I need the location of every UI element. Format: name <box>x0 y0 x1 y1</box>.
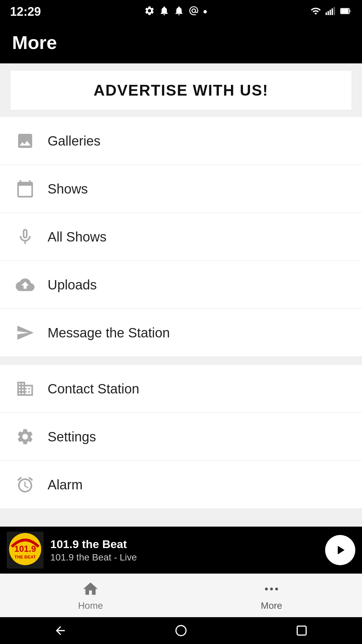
svg-text:101.9: 101.9 <box>14 544 36 554</box>
alarm-icon <box>13 473 37 496</box>
battery-icon <box>340 6 352 18</box>
player-bar: 101.9 THE BEAT 101.9 the Beat 101.9 the … <box>0 527 362 574</box>
menu-label-message-station: Message the Station <box>48 325 170 340</box>
menu-item-contact-station[interactable]: Contact Station <box>0 365 362 413</box>
svg-point-15 <box>176 626 186 636</box>
signal-icon <box>325 6 336 18</box>
building-icon <box>13 377 37 400</box>
cloud-upload-icon <box>13 273 37 297</box>
player-play-button[interactable] <box>325 535 355 565</box>
app-header: More <box>0 23 362 63</box>
calendar-icon <box>13 177 37 201</box>
home-button[interactable] <box>174 624 188 637</box>
menu-item-all-shows[interactable]: All Shows <box>0 213 362 261</box>
send-icon <box>13 321 37 344</box>
more-dots-icon <box>263 580 280 598</box>
ad-banner-text: ADVERTISE WITH US! <box>94 81 268 99</box>
svg-point-12 <box>265 587 268 590</box>
alarm-status-icon <box>174 5 184 18</box>
menu-item-uploads[interactable]: Uploads <box>0 261 362 309</box>
svg-rect-6 <box>350 10 351 12</box>
android-nav-bar <box>0 617 362 644</box>
recents-button[interactable] <box>295 624 308 637</box>
menu-list-section-2: Contact Station Settings Alarm <box>0 365 362 509</box>
svg-rect-4 <box>334 7 335 15</box>
notification-icon <box>159 5 170 18</box>
status-icons: • <box>144 5 207 19</box>
image-icon <box>13 129 37 153</box>
svg-point-14 <box>275 587 278 590</box>
svg-text:THE BEAT: THE BEAT <box>14 554 36 559</box>
svg-rect-2 <box>329 10 331 15</box>
page-title: More <box>12 32 350 53</box>
at-icon <box>188 5 199 18</box>
main-content: ADVERTISE WITH US! Galleries Shows All S… <box>0 63 362 527</box>
settings-icon <box>13 425 37 448</box>
player-info: 101.9 the Beat 101.9 the Beat - Live <box>50 538 325 563</box>
gear-status-icon <box>144 5 155 18</box>
menu-label-shows: Shows <box>48 181 88 197</box>
ad-banner[interactable]: ADVERTISE WITH US! <box>10 70 352 110</box>
menu-label-alarm: Alarm <box>48 477 82 492</box>
menu-item-message-station[interactable]: Message the Station <box>0 309 362 357</box>
svg-rect-7 <box>341 9 349 13</box>
nav-label-more: More <box>261 600 282 611</box>
player-station-subtitle: 101.9 the Beat - Live <box>50 552 325 563</box>
svg-point-13 <box>270 587 273 590</box>
bottom-nav: Home More <box>0 574 362 617</box>
menu-label-uploads: Uploads <box>48 277 97 292</box>
svg-rect-0 <box>325 12 327 15</box>
dot-icon: • <box>203 5 207 19</box>
status-time: 12:29 <box>10 5 41 19</box>
status-right-icons <box>310 6 352 18</box>
svg-rect-16 <box>297 626 306 635</box>
menu-list-section-1: Galleries Shows All Shows Uploads <box>0 117 362 357</box>
menu-label-settings: Settings <box>48 429 96 444</box>
back-button[interactable] <box>54 624 67 637</box>
nav-item-home[interactable]: Home <box>0 574 181 617</box>
nav-label-home: Home <box>78 600 103 611</box>
station-logo: 101.9 THE BEAT <box>7 532 44 569</box>
svg-rect-3 <box>331 8 333 15</box>
player-station-name: 101.9 the Beat <box>50 538 325 551</box>
home-icon <box>82 580 99 598</box>
wifi-icon <box>310 6 321 18</box>
nav-item-more[interactable]: More <box>181 574 362 617</box>
status-bar: 12:29 • <box>0 0 362 23</box>
menu-label-contact-station: Contact Station <box>48 381 139 396</box>
menu-label-galleries: Galleries <box>48 133 101 149</box>
menu-item-alarm[interactable]: Alarm <box>0 461 362 509</box>
menu-section-divider <box>0 357 362 365</box>
menu-item-settings[interactable]: Settings <box>0 413 362 461</box>
menu-item-shows[interactable]: Shows <box>0 165 362 213</box>
svg-rect-1 <box>327 11 329 15</box>
microphone-icon <box>13 225 37 249</box>
menu-label-all-shows: All Shows <box>48 229 107 245</box>
menu-item-galleries[interactable]: Galleries <box>0 117 362 165</box>
